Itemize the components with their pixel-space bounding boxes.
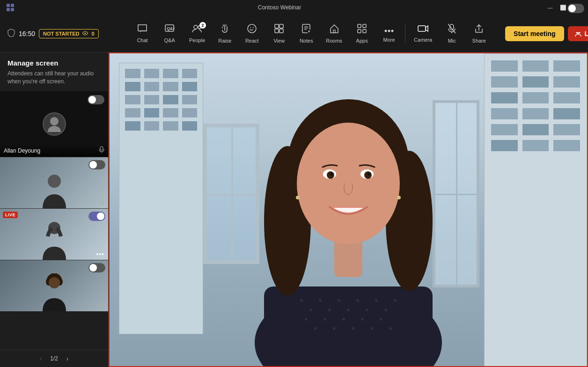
attendee-toggle-3[interactable] [88,212,105,221]
svg-rect-22 [358,24,361,28]
svg-rect-15 [279,29,283,33]
svg-rect-25 [363,29,366,33]
svg-point-69 [356,299,359,302]
eye-icon [82,31,88,37]
svg-point-45 [49,277,60,288]
presenter-name: Allan Deyoung [4,147,40,154]
pagination: ‹ 1/2 › [0,350,108,367]
svg-rect-24 [358,29,361,33]
video-panel [109,52,588,367]
svg-point-28 [391,30,394,32]
attendee-tile-3: LIVE ••• [0,208,108,260]
participant-list: Allan Deyoung [0,91,108,350]
mic-button[interactable]: Mic [439,21,465,46]
camera-icon [418,24,429,35]
svg-point-71 [375,299,378,302]
svg-point-64 [309,308,312,311]
rooms-icon [329,23,339,36]
start-meeting-button[interactable]: Start meeting [505,26,564,41]
svg-rect-21 [333,30,335,33]
svg-rect-14 [275,29,279,33]
people-label: People [189,37,205,43]
svg-point-82 [380,318,382,321]
notes-button[interactable]: Notes [293,21,319,46]
apps-button[interactable]: Apps [349,21,375,46]
svg-rect-34 [100,147,103,150]
svg-point-76 [323,318,326,321]
share-icon [474,23,484,36]
svg-rect-2 [7,8,10,11]
attendee-video-2 [0,157,108,208]
next-page-button[interactable]: › [63,354,72,363]
svg-point-7 [194,25,198,29]
attendee-toggle-2[interactable] [88,160,105,169]
app-icon [6,3,15,12]
svg-point-83 [389,327,392,330]
svg-point-61 [296,196,300,199]
attendee-tile-2 [0,157,108,208]
qa-label: Q&A [164,37,175,43]
prev-page-button[interactable]: ‹ [36,354,45,363]
svg-rect-0 [7,4,10,7]
status-badge: NOT STARTED 0 [39,29,99,38]
svg-point-68 [347,308,350,311]
manage-screen-header: Manage screen Attendees can still hear y… [0,52,108,88]
attendee-toggle-4[interactable] [88,263,105,272]
react-button[interactable]: React [239,21,265,46]
people-button[interactable]: 2 People [184,21,211,46]
manage-toggle[interactable] [567,4,584,13]
svg-point-9 [248,24,256,33]
status-label: NOT STARTED [43,31,79,37]
mic-label: Mic [448,38,456,44]
react-label: React [245,38,259,44]
svg-point-59 [330,173,333,176]
svg-point-77 [333,327,336,330]
svg-point-27 [388,30,390,32]
leave-button[interactable]: Leave [568,26,588,41]
svg-rect-46 [100,302,103,306]
camera-button[interactable]: Camera [408,22,438,45]
more-icon [384,24,394,35]
video-background [110,53,587,366]
qa-button[interactable]: Q&A Q&A [156,21,183,46]
viewer-count: 0 [91,31,94,37]
share-button[interactable]: Share [466,21,492,46]
svg-rect-3 [11,8,14,11]
attendee-video-3: LIVE ••• [0,209,108,260]
react-icon [247,23,257,36]
svg-rect-1 [11,4,14,7]
notes-icon [301,23,311,36]
minimize-button[interactable]: — [544,3,556,12]
presenter-overlay: Allan Deyoung [0,144,108,157]
apps-label: Apps [356,38,368,44]
rooms-label: Rooms [326,38,342,44]
svg-rect-23 [363,24,366,28]
presenter-toggle[interactable] [88,95,104,104]
svg-point-33 [50,117,59,125]
notes-label: Notes [300,38,313,44]
people-icon: 2 [192,24,202,36]
svg-point-11 [253,27,254,28]
svg-point-75 [314,327,317,330]
window-title: Contoso Webinar [15,4,544,11]
toolbar-left: 16:50 NOT STARTED 0 [7,29,129,39]
svg-point-80 [361,318,364,321]
toolbar-center: Chat Q&A Q&A 2 People [129,21,492,46]
title-bar: Contoso Webinar — ⬜ ✕ [0,0,588,15]
svg-rect-49 [264,286,433,366]
raise-button[interactable]: Raise [212,21,238,46]
svg-point-78 [342,318,345,321]
manage-screen-desc: Attendees can still hear your audio when… [7,70,101,86]
svg-point-74 [305,318,308,321]
svg-rect-12 [275,24,279,28]
svg-point-54 [297,123,400,244]
more-label: More [383,37,395,43]
presenter-mic-icon [99,146,104,154]
more-button[interactable]: More [376,22,402,45]
rooms-button[interactable]: Rooms [320,21,348,46]
more-options-icon[interactable]: ••• [96,250,104,258]
view-button[interactable]: View [266,21,292,46]
svg-point-10 [250,27,251,28]
page-info: 1/2 [50,355,58,362]
chat-button[interactable]: Chat [129,21,155,46]
